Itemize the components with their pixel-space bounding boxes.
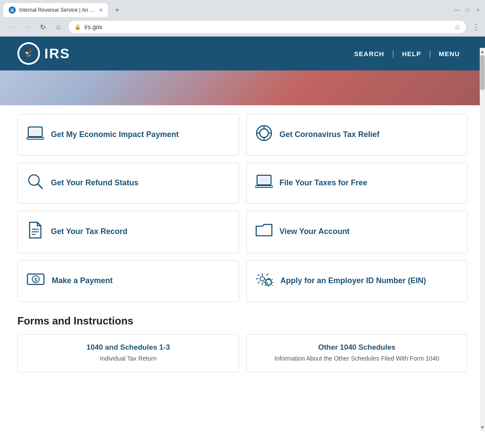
refund-status-card[interactable]: Get Your Refund Status xyxy=(17,163,239,204)
browser-chrome: 🏛 Internal Revenue Service | An offi × +… xyxy=(0,0,485,37)
svg-text:$: $ xyxy=(34,277,37,282)
bookmark-icon[interactable]: ☆ xyxy=(454,23,460,31)
lock-icon: 🔒 xyxy=(74,24,81,30)
reload-button[interactable]: ↻ xyxy=(37,21,49,33)
other-1040-desc: Information About the Other Schedules Fi… xyxy=(255,354,459,363)
make-payment-label: Make a Payment xyxy=(52,276,113,286)
economic-impact-label: Get My Economic Impact Payment xyxy=(51,130,179,140)
svg-text:🦅: 🦅 xyxy=(24,48,34,57)
scrollbar-arrow-down[interactable]: ▼ xyxy=(480,424,485,431)
header-navigation: SEARCH | HELP | MENU xyxy=(346,49,468,58)
browser-menu-button[interactable]: ⋮ xyxy=(472,22,480,32)
forms-section-title: Forms and Instructions xyxy=(17,315,468,327)
back-button[interactable]: ← xyxy=(5,21,17,33)
file-laptop-icon xyxy=(255,174,273,192)
irs-eagle-seal: 🦅 xyxy=(17,42,40,65)
other-1040-title: Other 1040 Schedules xyxy=(255,343,459,352)
window-controls: — □ × xyxy=(454,7,482,13)
irs-website: 🦅 IRS SEARCH | HELP | MENU xyxy=(0,37,485,381)
svg-rect-14 xyxy=(258,177,270,184)
search-icon xyxy=(27,174,44,193)
browser-tab[interactable]: 🏛 Internal Revenue Service | An offi × xyxy=(3,3,108,17)
new-tab-button[interactable]: + xyxy=(111,4,123,17)
browser-nav-bar: ← → ↻ ⌂ 🔒 irs.gov ☆ ⋮ xyxy=(0,17,485,37)
svg-point-22 xyxy=(260,277,264,281)
home-button[interactable]: ⌂ xyxy=(52,21,64,33)
lifesaver-icon xyxy=(255,125,273,145)
scrollbar-arrow-up[interactable]: ▲ xyxy=(480,48,485,55)
tab-favicon-container: 🏛 xyxy=(9,7,16,13)
browser-title-bar: 🏛 Internal Revenue Service | An offi × +… xyxy=(0,0,485,17)
coronavirus-relief-card[interactable]: Get Coronavirus Tax Relief xyxy=(246,114,468,156)
svg-rect-15 xyxy=(255,186,273,187)
tax-record-card[interactable]: Get Your Tax Record xyxy=(17,211,239,253)
form-1040-desc: Individual Tax Return xyxy=(27,354,230,363)
url-display: irs.gov xyxy=(84,23,451,30)
view-account-card[interactable]: View Your Account xyxy=(246,211,468,253)
other-1040-card[interactable]: Other 1040 Schedules Information About t… xyxy=(246,334,468,372)
tab-close-button[interactable]: × xyxy=(99,7,103,13)
forward-button[interactable]: → xyxy=(21,21,33,33)
close-button[interactable]: × xyxy=(475,7,482,13)
view-account-label: View Your Account xyxy=(280,227,350,237)
tab-title: Internal Revenue Service | An offi xyxy=(19,7,96,13)
refund-status-label: Get Your Refund Status xyxy=(51,178,138,188)
minimize-button[interactable]: — xyxy=(454,7,461,13)
forms-grid: 1040 and Schedules 1-3 Individual Tax Re… xyxy=(17,334,468,372)
tab-favicon-icon: 🏛 xyxy=(10,8,14,13)
forms-section: Forms and Instructions 1040 and Schedule… xyxy=(0,311,485,381)
menu-nav-item[interactable]: MENU xyxy=(431,50,468,57)
scrollbar[interactable]: ▲ ▼ xyxy=(480,48,485,431)
gear-icon xyxy=(255,271,274,291)
economic-impact-card[interactable]: Get My Economic Impact Payment xyxy=(17,114,239,156)
help-nav-item[interactable]: HELP xyxy=(394,50,429,57)
hero-banner xyxy=(0,70,485,105)
coronavirus-relief-label: Get Coronavirus Tax Relief xyxy=(280,130,380,140)
payment-icon: $ xyxy=(27,272,45,290)
svg-line-12 xyxy=(38,184,42,188)
svg-rect-3 xyxy=(30,128,41,135)
document-icon xyxy=(27,221,44,242)
form-1040-title: 1040 and Schedules 1-3 xyxy=(27,343,230,352)
scrollbar-thumb[interactable] xyxy=(480,55,485,90)
svg-rect-4 xyxy=(27,137,44,139)
make-payment-card[interactable]: $ Make a Payment xyxy=(17,260,239,302)
ein-card[interactable]: Apply for an Employer ID Number (EIN) xyxy=(246,260,468,302)
ein-label: Apply for an Employer ID Number (EIN) xyxy=(281,276,426,286)
action-cards-grid: Get My Economic Impact Payment Get Coron… xyxy=(17,114,468,302)
hero-overlay xyxy=(0,70,485,105)
svg-point-6 xyxy=(260,129,268,137)
action-cards-section: Get My Economic Impact Payment Get Coron… xyxy=(0,105,485,311)
tax-record-label: Get Your Tax Record xyxy=(51,227,127,237)
irs-logo[interactable]: 🦅 IRS xyxy=(17,42,70,65)
form-1040-card[interactable]: 1040 and Schedules 1-3 Individual Tax Re… xyxy=(17,334,239,372)
laptop-icon xyxy=(27,126,44,144)
maximize-button[interactable]: □ xyxy=(464,7,471,13)
search-nav-item[interactable]: SEARCH xyxy=(346,50,392,57)
file-free-card[interactable]: File Your Taxes for Free xyxy=(246,163,468,204)
address-bar[interactable]: 🔒 irs.gov ☆ xyxy=(68,20,467,34)
irs-header: 🦅 IRS SEARCH | HELP | MENU xyxy=(0,37,485,70)
eagle-seal-svg: 🦅 xyxy=(19,43,39,64)
folder-icon xyxy=(255,223,273,241)
file-free-label: File Your Taxes for Free xyxy=(280,178,368,188)
irs-wordmark: IRS xyxy=(44,46,70,62)
